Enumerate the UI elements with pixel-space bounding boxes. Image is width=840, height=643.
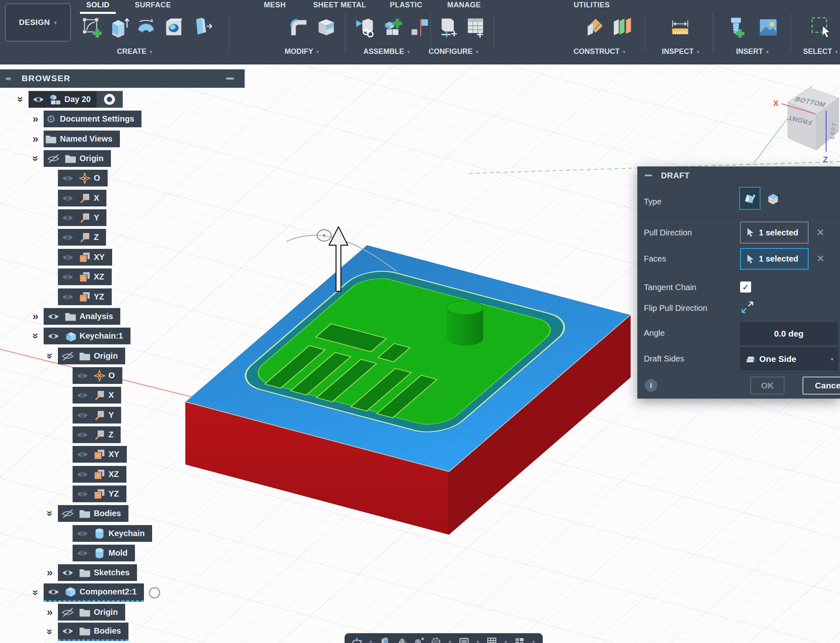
- collapse-dialog-icon[interactable]: [645, 175, 652, 176]
- view-cube[interactable]: BOTTOM FRONT LEFT X Z: [754, 86, 839, 164]
- chevron-expanded-icon[interactable]: »: [42, 506, 58, 522]
- visibility-eye-icon[interactable]: [58, 293, 77, 302]
- cancel-button[interactable]: Cancel: [802, 377, 840, 395]
- row-content[interactable]: YZ: [58, 288, 112, 305]
- draft-dialog-header[interactable]: DRAFT: [637, 166, 840, 185]
- activate-component-radio[interactable]: [97, 91, 123, 108]
- tab-utilities[interactable]: UTILITIES: [574, 1, 610, 9]
- browser-row-o[interactable]: O: [42, 170, 108, 186]
- browser-row-xy[interactable]: XY: [56, 446, 127, 463]
- row-content[interactable]: Origin: [58, 604, 125, 621]
- visibility-eye-icon[interactable]: [73, 529, 92, 538]
- row-content[interactable]: Sketches: [58, 564, 137, 581]
- row-content[interactable]: Analysis: [44, 308, 120, 325]
- chevron-expanded-icon[interactable]: »: [12, 91, 29, 108]
- construct-offset-button[interactable]: [610, 14, 633, 40]
- visibility-eye-icon[interactable]: [58, 627, 77, 636]
- browser-row-mold[interactable]: Mold: [56, 545, 135, 561]
- ok-button[interactable]: OK: [750, 377, 785, 395]
- visibility-eye-icon[interactable]: [73, 450, 92, 459]
- tangent-chain-checkbox[interactable]: ✓: [740, 282, 751, 293]
- visibility-eye-icon[interactable]: [44, 588, 63, 596]
- config-table-button[interactable]: [464, 14, 487, 40]
- row-content[interactable]: Origin: [58, 348, 125, 364]
- row-content[interactable]: XY: [58, 249, 112, 266]
- row-content[interactable]: Origin: [44, 150, 111, 167]
- visibility-eye-icon[interactable]: [58, 194, 77, 203]
- row-content[interactable]: Y: [58, 209, 106, 226]
- row-content[interactable]: YZ: [73, 486, 126, 502]
- row-content[interactable]: Mold: [73, 545, 135, 561]
- chevron-down-icon[interactable]: ▾: [503, 636, 508, 643]
- tab-solid[interactable]: SOLID: [86, 1, 109, 9]
- row-content[interactable]: XZ: [73, 466, 126, 483]
- group-label-select[interactable]: SELECT▾: [803, 47, 838, 56]
- visibility-eye-icon[interactable]: [73, 490, 92, 499]
- zoom-button[interactable]: [413, 636, 425, 643]
- insert-fastener-button[interactable]: [724, 14, 747, 40]
- row-content[interactable]: XZ: [58, 268, 112, 285]
- extrude-button[interactable]: [107, 14, 130, 40]
- angle-input[interactable]: 0.0 deg: [740, 322, 838, 345]
- press-pull-button[interactable]: [190, 14, 213, 40]
- tab-sheet-metal[interactable]: SHEET METAL: [313, 1, 366, 9]
- browser-row-z[interactable]: Z: [56, 426, 121, 443]
- chevron-expanded-icon[interactable]: »: [27, 328, 44, 344]
- row-content[interactable]: Named Views: [44, 131, 120, 147]
- visibility-eye-icon[interactable]: [29, 95, 48, 104]
- chevron-collapsed-icon[interactable]: »: [27, 111, 44, 127]
- visibility-eye-icon[interactable]: [73, 470, 92, 479]
- visibility-hidden-eye-icon[interactable]: [58, 509, 77, 519]
- browser-row-analysis[interactable]: »Analysis: [27, 308, 120, 325]
- visibility-hidden-eye-icon[interactable]: [58, 608, 77, 617]
- clear-pull-direction-button[interactable]: ✕: [814, 227, 827, 238]
- browser-row-x[interactable]: X: [56, 387, 121, 404]
- visibility-eye-icon[interactable]: [58, 253, 77, 262]
- draft-type-fixed-plane-button[interactable]: [739, 187, 760, 210]
- browser-row-xy[interactable]: XY: [42, 249, 112, 266]
- visibility-eye-icon[interactable]: [73, 371, 92, 380]
- look-at-button[interactable]: [379, 636, 391, 643]
- group-label-configure[interactable]: CONFIGURE▾: [429, 47, 478, 56]
- browser-row-keychain-1[interactable]: »⚓Keychain:1: [27, 328, 130, 344]
- draft-type-parting-line-button[interactable]: [765, 190, 782, 207]
- browser-row-keychain[interactable]: Keychain: [56, 525, 152, 542]
- configuration-button[interactable]: [436, 14, 459, 40]
- browser-row-named-views[interactable]: »Named Views: [27, 131, 120, 147]
- browser-row-origin[interactable]: »Origin: [42, 604, 125, 621]
- row-content[interactable]: ⚙Document Settings: [44, 111, 141, 127]
- browser-row-document-settings[interactable]: »⚙Document Settings: [27, 111, 141, 127]
- row-content[interactable]: O: [73, 367, 122, 384]
- insert-image-button[interactable]: [757, 14, 780, 40]
- assemble-new-button[interactable]: [380, 14, 403, 40]
- chevron-down-icon[interactable]: ▾: [368, 636, 374, 643]
- chevron-down-icon[interactable]: ▾: [531, 636, 536, 643]
- visibility-eye-icon[interactable]: [58, 233, 77, 242]
- visibility-eye-icon[interactable]: [58, 273, 77, 282]
- group-label-insert[interactable]: INSERT▾: [736, 47, 769, 56]
- mold-model[interactable]: [186, 245, 630, 534]
- row-content[interactable]: Y: [73, 407, 121, 423]
- activate-component-radio[interactable]: [149, 587, 160, 599]
- clear-faces-button[interactable]: ✕: [814, 253, 827, 264]
- insert-link-button[interactable]: [353, 14, 376, 40]
- orbit-button[interactable]: [351, 636, 363, 643]
- joint-button[interactable]: [408, 14, 431, 40]
- pan-button[interactable]: [396, 636, 408, 643]
- collapse-panel-icon[interactable]: ◀◀: [5, 76, 9, 81]
- browser-row-sketches[interactable]: »Sketches: [42, 564, 137, 581]
- browser-row-y[interactable]: Y: [42, 209, 106, 226]
- browser-row-bodies[interactable]: »Bodies: [42, 505, 128, 522]
- group-label-create[interactable]: CREATE▾: [117, 47, 153, 56]
- visibility-eye-icon[interactable]: [58, 174, 77, 183]
- fit-button[interactable]: [430, 636, 442, 643]
- chevron-expanded-icon[interactable]: »: [42, 348, 58, 364]
- row-content[interactable]: O: [58, 170, 108, 186]
- browser-row-o[interactable]: O: [56, 367, 122, 384]
- row-content[interactable]: XY: [73, 446, 127, 463]
- browser-row-origin[interactable]: »Origin: [27, 150, 111, 167]
- browser-row-y[interactable]: Y: [56, 407, 121, 423]
- chevron-expanded-icon[interactable]: »: [27, 151, 44, 167]
- tab-plastic[interactable]: PLASTIC: [390, 1, 422, 9]
- chevron-collapsed-icon[interactable]: »: [42, 604, 58, 621]
